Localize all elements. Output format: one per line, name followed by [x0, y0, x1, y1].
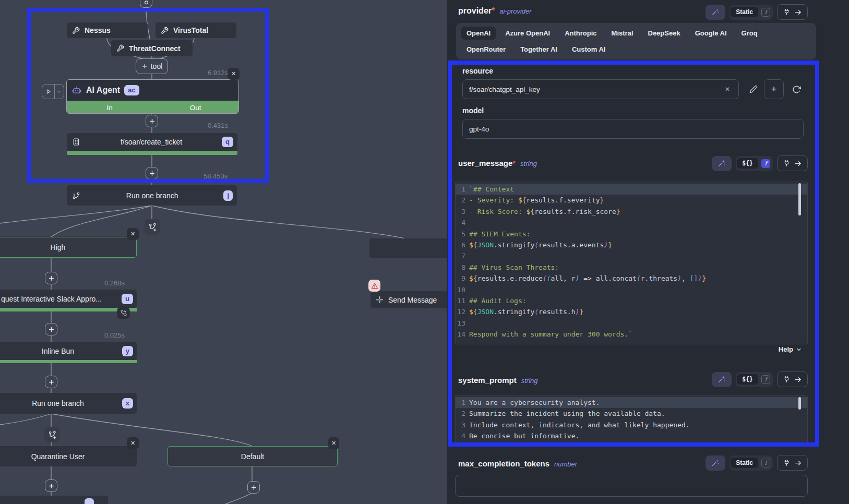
- tool-port[interactable]: tool: [136, 58, 168, 74]
- arrow-right-icon[interactable]: [794, 8, 802, 16]
- mode-template[interactable]: ${}: [737, 158, 758, 169]
- node-create-ticket[interactable]: f/soar/create_ticket q: [67, 133, 237, 151]
- add-step-button[interactable]: [146, 167, 158, 179]
- function-mode-icon[interactable]: f: [761, 375, 770, 384]
- function-mode-icon[interactable]: f: [761, 159, 770, 168]
- arrow-right-icon[interactable]: [794, 376, 802, 383]
- node-run-one-branch-1[interactable]: Run one branch j: [67, 185, 237, 206]
- model-input[interactable]: [462, 119, 804, 139]
- clear-resource-button[interactable]: ✕: [723, 85, 732, 93]
- mode-static[interactable]: Static: [731, 7, 758, 17]
- ai-fill-button[interactable]: [712, 372, 732, 387]
- remove-node-button[interactable]: ✕: [228, 68, 240, 80]
- add-step-button[interactable]: [45, 479, 57, 492]
- arrow-right-icon[interactable]: [794, 459, 802, 467]
- out-port[interactable]: Out: [153, 101, 239, 114]
- node-slack-approval[interactable]: quest Interactive Slack Appro... u: [0, 290, 137, 308]
- wrench-icon: [116, 44, 124, 52]
- refresh-resources-button[interactable]: [790, 83, 803, 95]
- function-mode-icon[interactable]: f: [761, 8, 770, 17]
- field-type: string: [520, 160, 537, 167]
- add-step-button[interactable]: [247, 481, 260, 494]
- trigger-anchor[interactable]: [140, 0, 152, 8]
- function-mode-icon[interactable]: f: [761, 459, 770, 467]
- editor-scrollbar[interactable]: [798, 397, 801, 410]
- mode-static[interactable]: Static: [731, 458, 758, 468]
- tab-openrouter[interactable]: OpenRouter: [461, 43, 511, 56]
- run-step-button[interactable]: [42, 85, 55, 99]
- tab-google-ai[interactable]: Google AI: [690, 27, 732, 40]
- node-run-one-branch-2[interactable]: Run one branch x: [0, 393, 137, 414]
- tab-deepseek[interactable]: DeepSeek: [643, 27, 686, 40]
- in-port[interactable]: In: [67, 101, 153, 114]
- code-line: 7: [456, 250, 807, 261]
- edit-resource-button[interactable]: [747, 83, 760, 95]
- provider-controls: Static f: [705, 4, 808, 20]
- tab-azure-openai[interactable]: Azure OpenAI: [500, 27, 555, 40]
- field-title-provider: provider*ai-provider: [458, 6, 532, 16]
- plug-icon[interactable]: [783, 459, 791, 467]
- node-threatconnect[interactable]: ThreatConnect: [111, 40, 193, 56]
- code-line: 14Respond with a summary under 300 words…: [456, 329, 807, 340]
- tab-openai[interactable]: OpenAI: [461, 27, 496, 40]
- add-step-button[interactable]: [45, 272, 57, 284]
- remove-branch-button[interactable]: ✕: [328, 437, 339, 449]
- resource-input[interactable]: [462, 79, 739, 99]
- shortcut-badge: q: [222, 137, 233, 147]
- field-type: string: [521, 377, 538, 385]
- run-options-button[interactable]: [55, 85, 64, 99]
- node-status-bar: [67, 151, 237, 155]
- plug-icon[interactable]: [783, 160, 791, 167]
- add-branch-button[interactable]: [44, 427, 60, 442]
- wrench-icon: [72, 27, 80, 34]
- help-menu[interactable]: Help: [779, 345, 802, 353]
- phone-incoming-icon: [121, 310, 127, 316]
- magic-wand-icon: [711, 8, 720, 16]
- add-step-button[interactable]: [45, 376, 57, 388]
- add-step-button[interactable]: [146, 115, 158, 127]
- node-clipped-bottom[interactable]: [0, 496, 108, 504]
- tab-groq[interactable]: Groq: [736, 27, 763, 40]
- branch-default[interactable]: Default: [168, 446, 338, 466]
- connect-input-group: [777, 455, 808, 471]
- error-badge[interactable]: [368, 280, 380, 292]
- node-ai-agent[interactable]: AI Agent ac In Out: [66, 79, 239, 114]
- editor-scrollbar[interactable]: [798, 183, 801, 215]
- add-step-button[interactable]: [45, 323, 57, 335]
- magic-wand-icon: [711, 459, 720, 467]
- workflow-canvas[interactable]: Nessus VirusTotal ThreatConnect tool 6.9…: [0, 0, 447, 504]
- shortcut-badge: u: [122, 294, 133, 304]
- node-inline-bun[interactable]: Inline Bun y: [0, 342, 137, 360]
- tab-custom-ai[interactable]: Custom AI: [567, 43, 611, 56]
- ai-fill-button[interactable]: [712, 156, 732, 171]
- code-line: 6${JSON.stringify(results.a.events)}: [456, 239, 807, 250]
- node-virustotal[interactable]: VirusTotal: [156, 22, 236, 38]
- magic-wand-icon: [718, 159, 726, 167]
- node-send-message[interactable]: Send Message: [370, 291, 447, 308]
- phone-callback-badge[interactable]: [117, 307, 130, 319]
- user-message-editor[interactable]: 1`## Context2- Severity: ${results.f.sev…: [455, 182, 808, 344]
- timing-inline-bun: 0.025s: [104, 331, 125, 339]
- tab-together-ai[interactable]: Together AI: [515, 43, 563, 56]
- remove-branch-button[interactable]: ✕: [127, 228, 139, 240]
- run-controls: [42, 84, 64, 99]
- ai-fill-button[interactable]: [705, 455, 725, 471]
- plug-icon[interactable]: [783, 376, 791, 383]
- max-tokens-input[interactable]: [455, 475, 808, 497]
- plug-icon[interactable]: [783, 8, 791, 16]
- node-nessus[interactable]: Nessus: [67, 22, 148, 38]
- ai-fill-button[interactable]: [705, 5, 725, 20]
- node-quarantine-user[interactable]: Quarantine User: [0, 446, 137, 466]
- tab-anthropic[interactable]: Anthropic: [559, 27, 602, 40]
- arrow-right-icon[interactable]: [794, 160, 802, 167]
- tab-mistral[interactable]: Mistral: [606, 27, 639, 40]
- branch-high[interactable]: High: [0, 237, 137, 258]
- system-prompt-editor[interactable]: 1You are a cybersecurity analyst.2Summar…: [455, 395, 808, 443]
- mode-template[interactable]: ${}: [737, 374, 758, 385]
- remove-branch-button[interactable]: ✕: [127, 437, 139, 449]
- add-resource-button[interactable]: +: [764, 79, 784, 99]
- node-label: quest Interactive Slack Appro...: [0, 295, 102, 303]
- add-branch-button[interactable]: [145, 219, 160, 235]
- code-line: 4Be concise but informative.: [456, 430, 807, 441]
- branch-clipped[interactable]: [369, 238, 447, 258]
